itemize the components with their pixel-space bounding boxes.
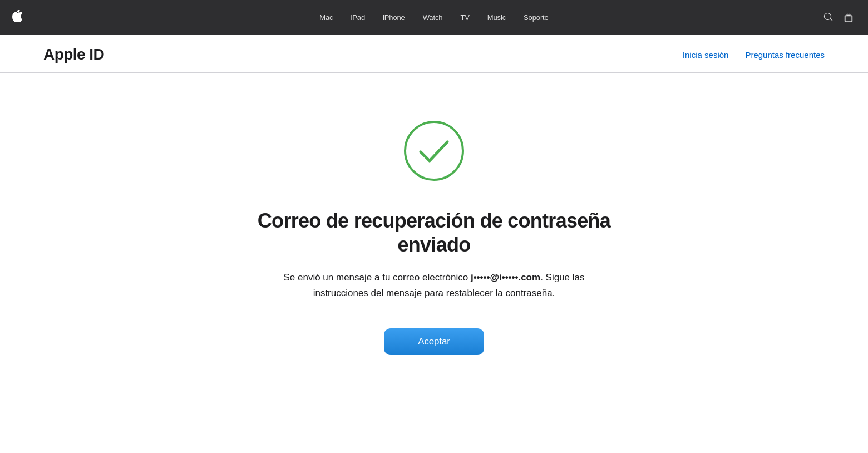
nav-icon-group — [821, 10, 856, 24]
sub-header: Apple ID Inicia sesión Preguntas frecuen… — [0, 35, 868, 73]
search-button[interactable] — [821, 10, 836, 24]
nav-items: Mac iPad iPhone Watch TV Music Soporte — [310, 13, 557, 22]
top-navigation: Mac iPad iPhone Watch TV Music Soporte — [0, 0, 868, 35]
sign-in-link[interactable]: Inicia sesión — [683, 50, 729, 60]
success-icon-wrapper — [401, 117, 467, 186]
svg-point-0 — [405, 122, 463, 180]
nav-item-watch[interactable]: Watch — [414, 13, 452, 22]
main-content: Correo de recuperación de contraseña env… — [0, 73, 868, 388]
apple-logo[interactable] — [12, 10, 22, 25]
success-checkmark-icon — [401, 117, 467, 184]
search-icon — [823, 12, 834, 22]
bag-icon — [844, 12, 854, 22]
shopping-bag-button[interactable] — [841, 10, 856, 24]
masked-email: j•••••@i•••••.com — [471, 272, 540, 283]
nav-item-music[interactable]: Music — [479, 13, 515, 22]
faq-link[interactable]: Preguntas frecuentes — [745, 50, 825, 60]
nav-item-soporte[interactable]: Soporte — [515, 13, 558, 22]
description-before: Se envió un mensaje a tu correo electrón… — [283, 272, 470, 283]
nav-item-ipad[interactable]: iPad — [342, 13, 374, 22]
nav-item-tv[interactable]: TV — [451, 13, 478, 22]
success-title: Correo de recuperación de contraseña env… — [239, 209, 629, 257]
apple-id-title: Apple ID — [43, 46, 104, 63]
accept-button[interactable]: Aceptar — [384, 328, 484, 355]
nav-item-mac[interactable]: Mac — [310, 13, 342, 22]
nav-item-iphone[interactable]: iPhone — [374, 13, 414, 22]
success-description: Se envió un mensaje a tu correo electrón… — [262, 270, 606, 300]
sub-header-links: Inicia sesión Preguntas frecuentes — [683, 50, 825, 60]
